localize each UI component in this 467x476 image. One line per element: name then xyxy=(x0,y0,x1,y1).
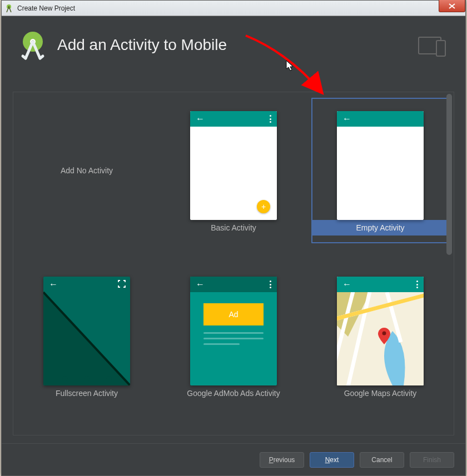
template-label: Empty Activity xyxy=(311,220,449,236)
template-fullscreen[interactable]: ← Fullscreen Activity xyxy=(18,263,156,420)
template-label: Basic Activity xyxy=(165,220,302,236)
nav-dots xyxy=(43,376,130,381)
dialog-header: Add an Activity to Mobile xyxy=(2,16,465,74)
device-icon xyxy=(418,36,448,58)
fullscreen-icon xyxy=(118,280,126,288)
ad-placeholder: Ad xyxy=(203,303,264,325)
template-empty[interactable]: ← Empty Activity xyxy=(311,98,449,254)
template-label: Google Maps Activity xyxy=(311,385,449,401)
template-none[interactable]: Add No Activity xyxy=(18,98,156,254)
template-admob[interactable]: ← Ad Google AdMob Ads Activity xyxy=(165,263,302,420)
template-basic[interactable]: ← + Basic Activity xyxy=(165,98,302,254)
window-title: Create New Project xyxy=(17,4,75,12)
template-maps[interactable]: ← Google Maps Activity xyxy=(311,263,449,420)
back-arrow-icon: ← xyxy=(196,279,205,289)
svg-rect-6 xyxy=(436,41,445,56)
template-label: Fullscreen Activity xyxy=(18,385,156,401)
back-arrow-icon: ← xyxy=(342,279,351,289)
menu-dots-icon xyxy=(270,280,271,288)
android-studio-icon xyxy=(4,3,14,13)
svg-point-1 xyxy=(8,6,9,7)
titlebar: Create New Project xyxy=(2,1,465,16)
template-label: Google AdMob Ads Activity xyxy=(165,385,302,401)
template-gallery: Add No Activity ← + Basic Activity ← Emp… xyxy=(13,92,454,435)
back-arrow-icon: ← xyxy=(196,114,205,124)
template-none[interactable]: Add No Activity xyxy=(61,99,113,242)
template-label: Add No Activity xyxy=(61,166,113,175)
header-title: Add an Activity to Mobile xyxy=(57,36,227,54)
scrollbar[interactable] xyxy=(446,94,452,255)
fab-icon: + xyxy=(257,200,270,213)
previous-button[interactable]: Previous xyxy=(260,452,304,468)
menu-dots-icon xyxy=(416,280,418,288)
dialog-footer: Previous Next Cancel Finish xyxy=(2,443,465,475)
android-studio-logo xyxy=(17,29,48,61)
back-arrow-icon: ← xyxy=(49,279,58,289)
close-button[interactable] xyxy=(439,0,465,12)
dialog-window: Create New Project Add an Activity to Mo… xyxy=(1,0,466,476)
next-button[interactable]: Next xyxy=(310,452,354,468)
close-icon xyxy=(449,3,455,9)
svg-point-11 xyxy=(382,332,386,335)
cancel-button[interactable]: Cancel xyxy=(360,452,404,468)
finish-button: Finish xyxy=(410,452,454,468)
menu-dots-icon xyxy=(270,115,271,123)
back-arrow-icon: ← xyxy=(342,114,351,124)
